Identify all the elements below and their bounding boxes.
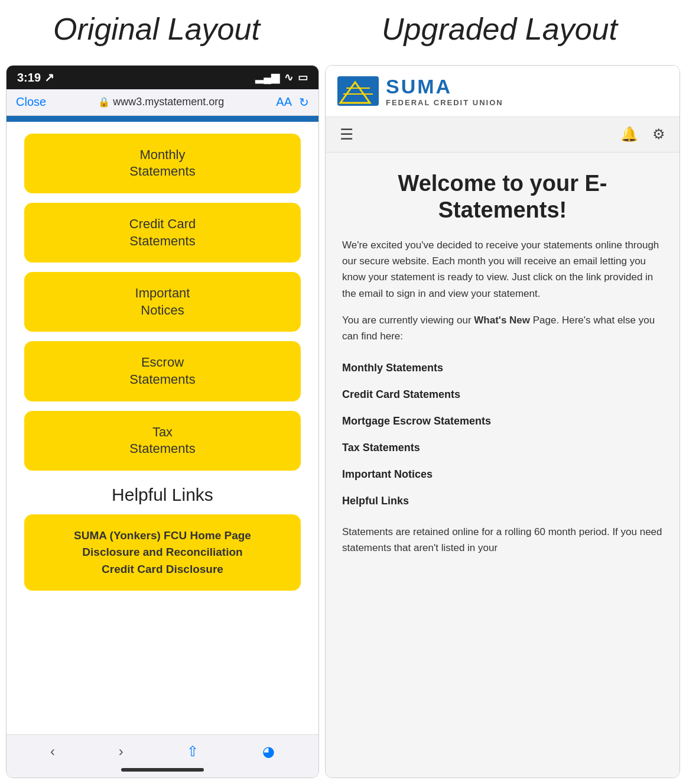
aa-button[interactable]: AA — [276, 95, 292, 109]
helpful-link-2: Disclosure and Reconciliation — [36, 544, 289, 561]
phone-time: 3:19 ↗ — [17, 70, 54, 85]
helpful-links-button[interactable]: SUMA (Yonkers) FCU Home Page Disclosure … — [24, 514, 301, 591]
url-actions: AA ↻ — [276, 95, 309, 109]
menu-list: Monthly Statements Credit Card Statement… — [342, 355, 663, 514]
original-layout-heading: Original Layout — [0, 6, 313, 53]
share-button[interactable]: ⇧ — [187, 743, 199, 760]
nav-icons: 🔔 ⚙ — [620, 126, 665, 142]
credit-card-statements-button[interactable]: Credit CardStatements — [24, 203, 301, 263]
svg-rect-0 — [337, 76, 379, 106]
helpful-links-title: Helpful Links — [24, 485, 301, 505]
blue-accent-bar — [6, 116, 318, 122]
list-item-helpful-links[interactable]: Helpful Links — [342, 488, 663, 514]
nav-bar: ☰ 🔔 ⚙ — [326, 117, 680, 153]
welcome-paragraph-2: You are currently viewing our What's New… — [342, 312, 663, 344]
suma-text: SUMA — [386, 75, 503, 98]
top-headings-row: Original Layout Upgraded Layout — [0, 0, 686, 65]
paragraph-2-prefix: You are currently viewing our — [342, 315, 474, 326]
forward-button[interactable]: › — [119, 743, 123, 760]
welcome-paragraph-1: We're excited you've decided to receive … — [342, 237, 663, 302]
phone-url-bar: Close 🔒 www3.mystatement.org AA ↻ — [6, 89, 318, 116]
url-text: www3.mystatement.org — [113, 96, 224, 108]
welcome-title: Welcome to your E-Statements! — [342, 170, 663, 224]
tax-statements-button[interactable]: TaxStatements — [24, 411, 301, 471]
logo-header: SUMA FEDERAL CREDIT UNION — [326, 66, 680, 117]
url-address: 🔒 www3.mystatement.org — [98, 96, 224, 108]
phone-status-bar: 3:19 ↗ ▂▄▆ ∿ ▭ — [6, 66, 318, 89]
list-item-monthly[interactable]: Monthly Statements — [342, 355, 663, 381]
lock-icon: 🔒 — [98, 96, 110, 108]
list-item-important-notices[interactable]: Important Notices — [342, 461, 663, 488]
escrow-statements-button[interactable]: EscrowStatements — [24, 341, 301, 401]
compass-button[interactable]: ◕ — [262, 743, 275, 760]
back-button[interactable]: ‹ — [50, 743, 55, 760]
upgraded-layout-panel: SUMA FEDERAL CREDIT UNION ☰ 🔔 ⚙ Welcome … — [325, 65, 680, 778]
hamburger-menu-button[interactable]: ☰ — [340, 125, 353, 144]
main-content: 3:19 ↗ ▂▄▆ ∿ ▭ Close 🔒 www3.mystatement.… — [0, 65, 686, 784]
list-item-tax[interactable]: Tax Statements — [342, 435, 663, 461]
content-area: Welcome to your E-Statements! We're exci… — [326, 153, 680, 777]
phone-bottom-bar: ‹ › ⇧ ◕ — [6, 734, 318, 764]
phone-status-right: ▂▄▆ ∿ ▭ — [255, 71, 308, 84]
wifi-icon: ∿ — [284, 71, 293, 84]
phone-body: MonthlyStatements Credit CardStatements … — [6, 122, 318, 734]
bottom-text: Statements are retained online for a rol… — [342, 524, 663, 556]
battery-icon: ▭ — [298, 71, 308, 84]
helpful-link-3: Credit Card Disclosure — [36, 561, 289, 578]
monthly-statements-button[interactable]: MonthlyStatements — [24, 134, 301, 193]
whats-new-bold: What's New — [474, 315, 530, 326]
home-indicator — [6, 764, 318, 777]
original-layout-panel: 3:19 ↗ ▂▄▆ ∿ ▭ Close 🔒 www3.mystatement.… — [6, 65, 319, 778]
helpful-link-1: SUMA (Yonkers) FCU Home Page — [36, 527, 289, 545]
suma-logo-icon — [337, 76, 379, 106]
home-indicator-bar — [121, 768, 204, 772]
bell-icon[interactable]: 🔔 — [620, 126, 638, 142]
important-notices-button[interactable]: ImportantNotices — [24, 272, 301, 332]
refresh-icon[interactable]: ↻ — [299, 95, 309, 109]
logo-text-group: SUMA FEDERAL CREDIT UNION — [386, 75, 503, 107]
gear-icon[interactable]: ⚙ — [652, 126, 665, 142]
upgraded-layout-heading: Upgraded Layout — [313, 6, 686, 53]
list-item-credit-card[interactable]: Credit Card Statements — [342, 381, 663, 408]
fcu-text: FEDERAL CREDIT UNION — [386, 98, 503, 107]
list-item-mortgage-escrow[interactable]: Mortgage Escrow Statements — [342, 408, 663, 435]
close-button[interactable]: Close — [16, 95, 46, 109]
signal-icon: ▂▄▆ — [255, 71, 279, 84]
